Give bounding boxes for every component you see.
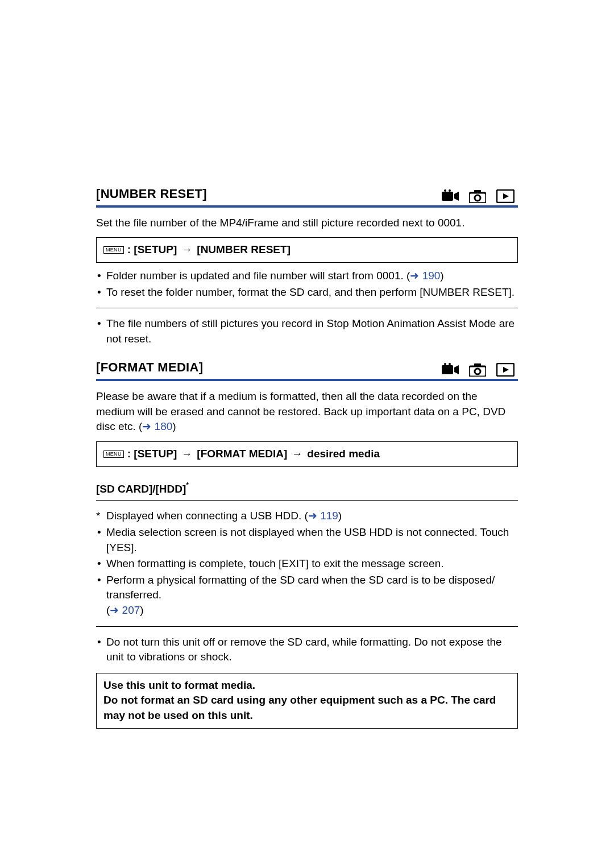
option-header: [SD CARD]/[HDD]* (96, 482, 518, 497)
arrow-icon: → (180, 242, 193, 258)
menu-step: desired media (307, 447, 380, 462)
list-item: The file numbers of still pictures you r… (96, 316, 518, 346)
arrow-icon: → (291, 447, 304, 462)
playback-mode-icon (496, 363, 515, 377)
menu-step: : [SETUP] (127, 447, 177, 462)
intro-text: Set the file number of the MP4/iFrame an… (96, 216, 518, 231)
photo-mode-icon (469, 189, 486, 203)
note-list: Do not turn this unit off or remove the … (96, 635, 518, 665)
svg-point-11 (475, 369, 480, 374)
video-mode-icon (442, 189, 459, 203)
xref-link[interactable]: ➜ 119 (308, 510, 338, 522)
divider (96, 308, 518, 308)
menu-chip: MENU (103, 246, 124, 254)
section-header-number-reset: [NUMBER RESET] (96, 185, 518, 208)
section-title: [NUMBER RESET] (96, 185, 207, 203)
list-item: Media selection screen is not displayed … (96, 525, 518, 555)
warning-line: Do not format an SD card using any other… (103, 693, 511, 723)
intro-text: Please be aware that if a medium is form… (96, 389, 518, 435)
bullet-list: Folder number is updated and file number… (96, 268, 518, 300)
page-content: [NUMBER RESET] Set the file number of th… (96, 0, 518, 729)
menu-step: [FORMAT MEDIA] (197, 447, 287, 462)
svg-rect-5 (474, 190, 481, 193)
video-mode-icon (442, 363, 459, 377)
svg-rect-0 (442, 192, 453, 201)
list-item: Perform a physical formatting of the SD … (96, 573, 518, 618)
svg-rect-7 (442, 365, 453, 374)
divider (96, 626, 518, 627)
arrow-icon: → (180, 447, 193, 462)
xref-link[interactable]: ➜ 180 (142, 420, 172, 432)
mode-icons (442, 189, 518, 203)
menu-chip: MENU (103, 450, 124, 458)
footnote-row: * Displayed when connecting a USB HDD. (… (96, 509, 518, 524)
list-item: To reset the folder number, format the S… (96, 285, 518, 300)
page-number: - 40 - (96, 729, 518, 868)
svg-point-9 (449, 363, 451, 365)
menu-path-number-reset: MENU : [SETUP] → [NUMBER RESET] (96, 237, 518, 263)
svg-point-2 (449, 189, 451, 192)
menu-step: [NUMBER RESET] (197, 242, 291, 258)
menu-step: : [SETUP] (127, 242, 177, 258)
warning-box: Use this unit to format media. Do not fo… (96, 673, 518, 729)
xref-link[interactable]: ➜ 207 (110, 604, 140, 616)
svg-point-8 (444, 363, 446, 365)
photo-mode-icon (469, 363, 486, 377)
bullet-list: Media selection screen is not displayed … (96, 525, 518, 618)
list-item: When formatting is complete, touch [EXIT… (96, 556, 518, 572)
warning-line: Use this unit to format media. (103, 678, 511, 693)
menu-path-format-media: MENU : [SETUP] → [FORMAT MEDIA] → desire… (96, 441, 518, 467)
footnote-block: * Displayed when connecting a USB HDD. (… (96, 509, 518, 524)
svg-point-4 (475, 195, 480, 201)
section-title: [FORMAT MEDIA] (96, 359, 203, 377)
note-list: The file numbers of still pictures you r… (96, 316, 518, 346)
divider (96, 500, 518, 501)
xref-link[interactable]: ➜ 190 (410, 270, 440, 282)
mode-icons (442, 363, 518, 377)
playback-mode-icon (496, 189, 515, 203)
svg-rect-12 (474, 363, 481, 367)
svg-point-1 (444, 189, 446, 192)
list-item: Folder number is updated and file number… (96, 268, 518, 284)
list-item: Do not turn this unit off or remove the … (96, 635, 518, 665)
section-header-format-media: [FORMAT MEDIA] (96, 359, 518, 381)
